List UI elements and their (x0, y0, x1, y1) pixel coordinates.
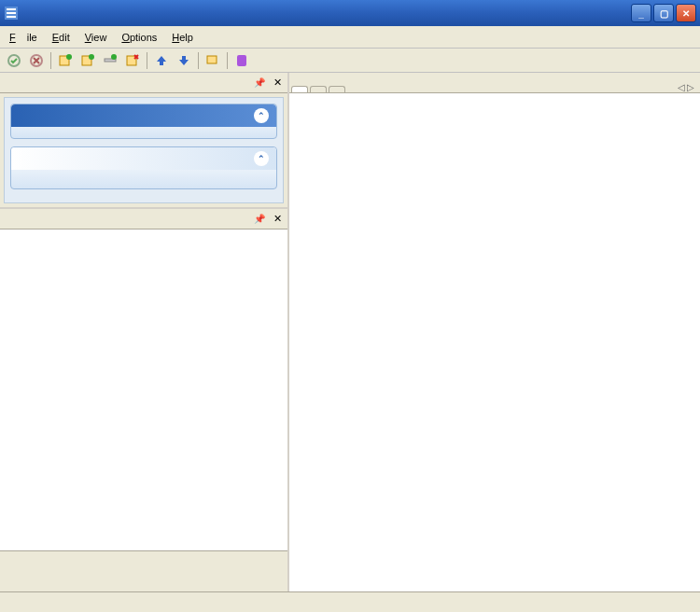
menu-view[interactable]: View (79, 30, 113, 45)
tab-commands[interactable] (291, 86, 308, 92)
svg-point-9 (89, 54, 94, 60)
chevron-up-icon: ⌃ (254, 151, 269, 166)
toolbar-move-up[interactable] (151, 50, 172, 71)
tasks-tab: 📌 ✕ (0, 73, 287, 93)
tab-right-icon[interactable]: ▷ (687, 82, 694, 92)
tab-other-apps[interactable] (329, 86, 345, 92)
toolbar-settings[interactable] (203, 50, 223, 71)
toolbar-add-submenu[interactable] (77, 50, 98, 71)
toolbar-add-separator[interactable] (100, 50, 120, 71)
toolbar-delete[interactable] (122, 50, 143, 71)
svg-point-7 (66, 54, 72, 60)
toolbar-apply[interactable] (4, 50, 24, 71)
menu-file[interactable]: File (4, 30, 43, 45)
menu-edit[interactable]: Edit (47, 30, 76, 45)
svg-rect-3 (7, 16, 16, 18)
close-tasks[interactable]: ✕ (273, 76, 282, 89)
close-button[interactable]: ✕ (676, 4, 696, 22)
toolbar (0, 49, 700, 73)
pin-icon[interactable]: 📌 (254, 77, 265, 88)
svg-rect-2 (7, 12, 16, 14)
svg-rect-1 (7, 8, 16, 10)
tab-sendto[interactable] (310, 86, 327, 92)
titlebar: _ ▢ ✕ (0, 0, 700, 26)
pin-icon[interactable]: 📌 (254, 214, 265, 224)
minimize-button[interactable]: _ (631, 4, 651, 22)
maximize-button[interactable]: ▢ (653, 4, 674, 22)
toolbar-cancel[interactable] (26, 50, 47, 71)
toolbar-add-command[interactable] (55, 50, 76, 71)
right-panel: ◁▷ (289, 73, 700, 591)
actions-header[interactable]: ⌃ (11, 104, 276, 127)
property-description (0, 550, 287, 591)
menu-help[interactable]: Help (166, 30, 199, 45)
menu-options[interactable]: Options (116, 30, 162, 45)
tab-left-icon[interactable]: ◁ (678, 82, 685, 92)
menubar: File Edit View Options Help (0, 26, 700, 49)
commands-tree[interactable] (289, 93, 700, 591)
properties-tab: 📌 ✕ (0, 209, 287, 230)
info-header[interactable]: ⌃ (11, 147, 276, 170)
svg-rect-13 (207, 56, 217, 63)
svg-point-11 (111, 54, 117, 60)
statusbar (0, 591, 700, 612)
close-properties[interactable]: ✕ (273, 213, 282, 225)
chevron-up-icon: ⌃ (254, 108, 269, 123)
app-icon (4, 6, 19, 21)
left-panel: 📌 ✕ ⌃ ⌃ (0, 73, 289, 591)
right-tabs: ◁▷ (289, 73, 700, 93)
toolbar-move-down[interactable] (174, 50, 194, 71)
toolbar-help[interactable] (231, 50, 252, 71)
